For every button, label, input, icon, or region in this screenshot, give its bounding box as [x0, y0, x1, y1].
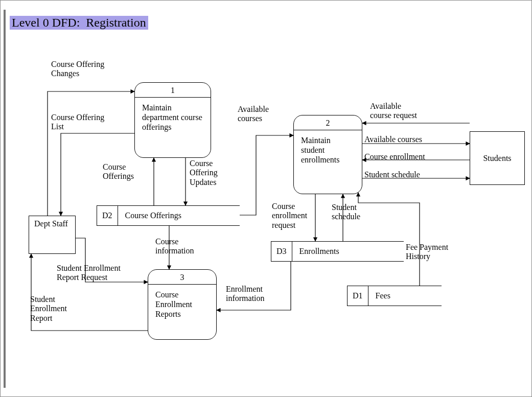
process-number: 1 [135, 83, 211, 98]
datastore-id: D2 [97, 205, 118, 226]
entity-label: Dept Staff [34, 219, 68, 228]
datastore-id: D1 [347, 286, 368, 306]
datastore-d1: D1 Fees [347, 286, 442, 306]
flow-label: Course Offering Changes [51, 60, 104, 79]
process-number: 3 [148, 270, 216, 285]
diagram-title: Level 0 DFD: Registration [10, 16, 148, 30]
flow-label: Available courses [238, 105, 269, 124]
flow-label: Student Enrollment Report [30, 295, 67, 323]
process-1: 1 Maintain department course offerings [134, 82, 211, 158]
flow-label: Enrollment information [226, 285, 265, 303]
process-number: 2 [294, 115, 362, 130]
flow-label: Available course request [370, 102, 417, 121]
process-3: 3 Course Enrollment Reports [148, 269, 217, 340]
entity-label: Students [483, 154, 511, 163]
flow-label: Course enrollment [364, 152, 425, 161]
flow-label: Student schedule [364, 170, 420, 179]
flow-label: Course information [155, 237, 194, 256]
diagram-canvas: Level 0 DFD: Registration Dept Staff Stu… [0, 0, 532, 397]
flow-label: Course enrollment request [272, 202, 307, 230]
entity-dept-staff: Dept Staff [29, 216, 76, 254]
left-margin-bar [4, 10, 6, 388]
datastore-id: D3 [271, 241, 292, 262]
datastore-name: Fees [368, 286, 442, 306]
entity-students: Students [470, 131, 525, 185]
flow-label: Student Enrollment Report Request [57, 264, 121, 283]
flow-label: Course Offerings [103, 162, 134, 181]
datastore-d3: D3 Enrollments [271, 241, 404, 262]
process-name: Course Enrollment Reports [148, 285, 216, 324]
process-2: 2 Maintain student enrollments [293, 115, 362, 194]
datastore-name: Course Offerings [118, 205, 240, 226]
flow-label: Course Offering Updates [190, 159, 218, 187]
flow-label: Available courses [364, 135, 422, 144]
process-name: Maintain department course offerings [135, 98, 211, 137]
datastore-d2: D2 Course Offerings [97, 205, 240, 226]
flow-label: Fee Payment History [406, 243, 448, 262]
flow-label: Course Offering List [51, 113, 104, 132]
flow-label: Student schedule [332, 203, 360, 222]
process-name: Maintain student enrollments [294, 130, 362, 170]
datastore-name: Enrollments [292, 241, 404, 262]
